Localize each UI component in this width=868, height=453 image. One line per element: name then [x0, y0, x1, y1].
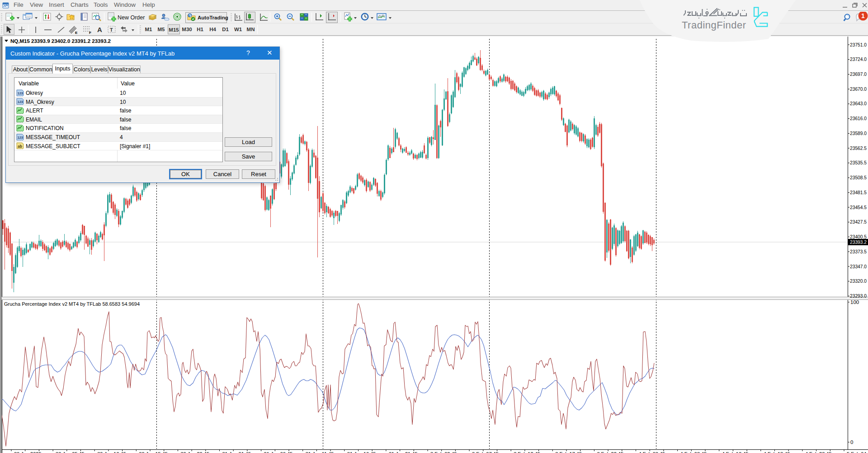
- svg-text:30 Jan 05:45: 30 Jan 05:45: [56, 451, 85, 453]
- svg-text:23697.0: 23697.0: [850, 71, 867, 77]
- svg-text:23643.0: 23643.0: [850, 101, 867, 106]
- svg-text:123: 123: [18, 135, 24, 140]
- svg-text:23562.5: 23562.5: [850, 145, 867, 151]
- svg-text:4 Feb 03:45: 4 Feb 03:45: [639, 451, 665, 453]
- svg-text:23320.0: 23320.0: [850, 278, 867, 284]
- svg-text:5 Feb 04:45: 5 Feb 04:45: [847, 451, 868, 453]
- svg-text:23373.5: 23373.5: [850, 249, 867, 254]
- svg-text:4 Feb 08:45: 4 Feb 08:45: [680, 451, 707, 453]
- svg-text:ab: ab: [18, 144, 22, 149]
- svg-text:E: E: [75, 31, 78, 34]
- svg-text:23454.5: 23454.5: [850, 205, 867, 210]
- svg-text:23670.0: 23670.0: [850, 86, 867, 92]
- svg-text:23589.0: 23589.0: [850, 131, 867, 136]
- svg-text:4 Feb 13:45: 4 Feb 13:45: [722, 451, 749, 453]
- svg-text:1: 1: [861, 12, 865, 19]
- svg-text:100: 100: [850, 299, 859, 305]
- svg-text:4 Feb 18:45: 4 Feb 18:45: [764, 451, 790, 453]
- svg-text:23427.5: 23427.5: [850, 219, 867, 224]
- svg-text:23751.0: 23751.0: [850, 42, 867, 47]
- svg-text:23347.0: 23347.0: [850, 264, 867, 269]
- svg-text:3 Feb 12:45: 3 Feb 12:45: [514, 451, 540, 453]
- svg-text:31 Jan 01:45: 31 Jan 01:45: [222, 451, 251, 453]
- svg-text:3 Feb 22:45: 3 Feb 22:45: [597, 451, 623, 453]
- svg-text:23400.5: 23400.5: [850, 234, 867, 239]
- svg-text:31 Jan 16:45: 31 Jan 16:45: [347, 451, 376, 453]
- svg-text:31 Jan 06:45: 31 Jan 06:45: [264, 451, 293, 453]
- svg-text:4 Feb 23:45: 4 Feb 23:45: [805, 451, 832, 453]
- svg-text:23616.0: 23616.0: [850, 116, 867, 121]
- svg-text:23293.0: 23293.0: [850, 293, 867, 299]
- svg-text:123: 123: [18, 100, 24, 104]
- svg-text:30 Jan 20:45: 30 Jan 20:45: [180, 451, 209, 453]
- svg-text:23535.5: 23535.5: [850, 160, 867, 165]
- svg-text:30 Jan 15:45: 30 Jan 15:45: [139, 451, 168, 453]
- svg-text:NQ,M15 23393.9 23402.0 23391.: NQ,M15 23393.9 23402.0 23391.2 23393.2: [10, 38, 111, 44]
- svg-text:F: F: [89, 31, 91, 34]
- svg-text:3 Feb 07:45: 3 Feb 07:45: [472, 451, 499, 453]
- svg-text:30 Jan 2025: 30 Jan 2025: [14, 451, 42, 453]
- svg-text:30 Jan 10:45: 30 Jan 10:45: [97, 451, 126, 453]
- svg-text:123: 123: [18, 91, 24, 95]
- svg-text:31 Jan 21:45: 31 Jan 21:45: [389, 451, 418, 453]
- svg-text:Grucha Percentage Index v2 MT4: Grucha Percentage Index v2 MT4 by TFLab …: [4, 301, 140, 307]
- svg-text:23508.5: 23508.5: [850, 175, 867, 180]
- svg-text:T: T: [110, 27, 113, 33]
- svg-text:23393.2: 23393.2: [850, 239, 867, 245]
- svg-text:23724.0: 23724.0: [850, 56, 867, 62]
- svg-text:0: 0: [850, 439, 853, 445]
- svg-text:23481.5: 23481.5: [850, 190, 867, 195]
- svg-text:3 Feb 17:45: 3 Feb 17:45: [555, 451, 582, 453]
- svg-text:3 Feb 02:45: 3 Feb 02:45: [430, 451, 457, 453]
- svg-text:31 Jan 11:45: 31 Jan 11:45: [306, 451, 334, 453]
